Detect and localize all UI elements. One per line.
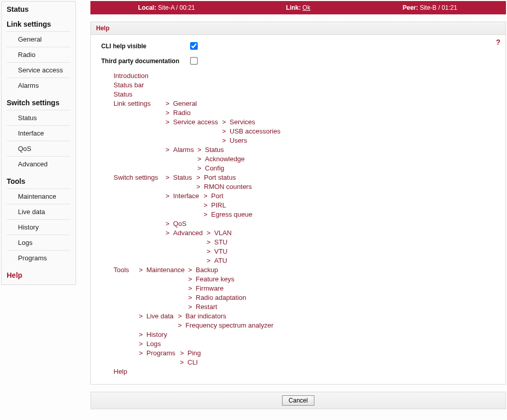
- chevron-right-icon: >: [137, 331, 144, 338]
- tree-ss-qos[interactable]: QoS: [173, 220, 186, 227]
- tree-al-ack[interactable]: Acknowledge: [205, 155, 245, 163]
- status-local-text: Site-A / 00:21: [158, 4, 195, 11]
- tree-if-egress[interactable]: Egress queue: [211, 211, 252, 218]
- chevron-right-icon: >: [186, 303, 194, 311]
- tree-m-firmware[interactable]: Firmware: [196, 284, 223, 292]
- tree-status-bar[interactable]: Status bar: [114, 81, 144, 89]
- chevron-right-icon: >: [202, 211, 209, 218]
- bottom-bar: Cancel: [90, 392, 506, 409]
- chevron-right-icon: >: [195, 183, 202, 190]
- tree-t-history[interactable]: History: [146, 331, 167, 338]
- chevron-right-icon: >: [164, 109, 171, 117]
- tree-ss-status[interactable]: Status: [173, 174, 192, 181]
- cancel-button[interactable]: Cancel: [282, 395, 314, 406]
- tree-m-backup[interactable]: Backup: [196, 266, 218, 274]
- tree-status[interactable]: Status: [114, 90, 133, 98]
- tree-ld-freq[interactable]: Frequency spectrum analyzer: [185, 321, 273, 329]
- tree-t-livedata[interactable]: Live data: [146, 312, 174, 320]
- tree-introduction[interactable]: Introduction: [114, 72, 148, 80]
- tree-sa-users[interactable]: Users: [230, 137, 247, 144]
- chevron-right-icon: >: [196, 155, 203, 163]
- sidebar-item-interface[interactable]: Interface: [7, 125, 70, 141]
- chevron-right-icon: >: [205, 257, 212, 264]
- tree-tools[interactable]: Tools: [114, 266, 129, 274]
- sidebar-item-radio[interactable]: Radio: [7, 47, 70, 62]
- panel-title: Help: [91, 22, 505, 35]
- chevron-right-icon: >: [178, 349, 185, 357]
- tree-link-settings[interactable]: Link settings: [114, 100, 151, 107]
- tree-ls-radio[interactable]: Radio: [173, 109, 191, 117]
- cli-help-label: CLI help visible: [101, 43, 189, 50]
- tree-p-cli[interactable]: CLI: [187, 358, 198, 366]
- chevron-right-icon: >: [137, 340, 144, 348]
- tree-ad-vlan[interactable]: VLAN: [214, 229, 232, 237]
- tree-p-ping[interactable]: Ping: [187, 349, 201, 357]
- sidebar-item-programs[interactable]: Programs: [7, 250, 70, 265]
- tree-if-pirl[interactable]: PIRL: [211, 201, 226, 209]
- sidebar-item-advanced[interactable]: Advanced: [7, 156, 70, 171]
- sidebar-item-live-data[interactable]: Live data: [7, 204, 70, 219]
- sidebar-item-service-access[interactable]: Service access: [7, 62, 70, 78]
- tree-m-radio-adapt[interactable]: Radio adaptation: [196, 294, 246, 301]
- third-party-checkbox[interactable]: [190, 57, 198, 65]
- sidebar-group-switch-settings: Switch settings: [2, 95, 76, 110]
- chevron-right-icon: >: [186, 266, 194, 274]
- tree-st-rmon[interactable]: RMON counters: [204, 183, 252, 190]
- tree-ss-interface[interactable]: Interface: [173, 192, 199, 200]
- tree-sa-usb[interactable]: USB accessories: [230, 127, 280, 135]
- tree-sa-services[interactable]: Services: [230, 118, 255, 126]
- tree-t-maintenance[interactable]: Maintenance: [146, 266, 184, 274]
- chevron-right-icon: >: [178, 358, 185, 366]
- tree-ss-advanced[interactable]: Advanced: [173, 229, 203, 237]
- tree-help[interactable]: Help: [114, 368, 127, 375]
- tree-al-status[interactable]: Status: [205, 146, 224, 154]
- chevron-right-icon: >: [137, 349, 144, 357]
- chevron-right-icon: >: [202, 201, 209, 209]
- status-link-value[interactable]: Ok: [303, 4, 310, 11]
- sidebar-item-qos[interactable]: QoS: [7, 141, 70, 156]
- tree-t-logs[interactable]: Logs: [146, 340, 161, 348]
- chevron-right-icon: >: [202, 192, 209, 200]
- cli-help-checkbox[interactable]: [190, 42, 198, 50]
- tree-m-feature[interactable]: Feature keys: [196, 275, 234, 283]
- chevron-right-icon: >: [164, 220, 171, 227]
- chevron-right-icon: >: [205, 238, 212, 246]
- chevron-right-icon: >: [164, 100, 171, 107]
- chevron-right-icon: >: [186, 294, 194, 301]
- tree-t-programs[interactable]: Programs: [146, 349, 175, 357]
- tree-ad-atu[interactable]: ATU: [214, 257, 227, 264]
- chevron-right-icon: >: [196, 164, 203, 172]
- chevron-right-icon: >: [186, 284, 194, 292]
- help-tree: Introduction Status bar Status Link sett…: [114, 71, 495, 376]
- third-party-label: Third party documentation: [101, 58, 189, 65]
- chevron-right-icon: >: [164, 229, 171, 237]
- tree-al-config[interactable]: Config: [205, 164, 224, 172]
- sidebar-item-switch-status[interactable]: Status: [7, 110, 70, 125]
- sidebar-item-history[interactable]: History: [7, 219, 70, 235]
- status-peer-text: Site-B / 01:21: [420, 4, 457, 11]
- help-icon[interactable]: ?: [496, 38, 500, 46]
- chevron-right-icon: >: [195, 174, 202, 181]
- tree-ls-service-access[interactable]: Service access: [173, 118, 218, 126]
- chevron-right-icon: >: [176, 321, 183, 329]
- sidebar-item-alarms[interactable]: Alarms: [7, 78, 70, 93]
- chevron-right-icon: >: [164, 118, 171, 126]
- tree-ls-general[interactable]: General: [173, 100, 197, 107]
- sidebar-item-status[interactable]: Status: [2, 2, 76, 16]
- tree-m-restart[interactable]: Restart: [196, 303, 217, 311]
- tree-ld-bar[interactable]: Bar indicators: [185, 312, 226, 320]
- tree-ls-alarms[interactable]: Alarms: [173, 146, 194, 154]
- chevron-right-icon: >: [220, 127, 228, 135]
- sidebar-item-general[interactable]: General: [7, 31, 70, 47]
- tree-ad-stu[interactable]: STU: [214, 238, 228, 246]
- tree-st-port-status[interactable]: Port status: [204, 174, 236, 181]
- chevron-right-icon: >: [164, 146, 171, 154]
- tree-ad-vtu[interactable]: VTU: [214, 247, 228, 255]
- sidebar-item-maintenance[interactable]: Maintenance: [7, 188, 70, 204]
- sidebar-item-help[interactable]: Help: [2, 268, 76, 284]
- tree-if-port[interactable]: Port: [211, 192, 223, 200]
- tree-switch-settings[interactable]: Switch settings: [114, 174, 158, 181]
- sidebar-item-logs[interactable]: Logs: [7, 235, 70, 250]
- status-local-label: Local:: [138, 4, 156, 11]
- status-peer-label: Peer:: [403, 4, 418, 11]
